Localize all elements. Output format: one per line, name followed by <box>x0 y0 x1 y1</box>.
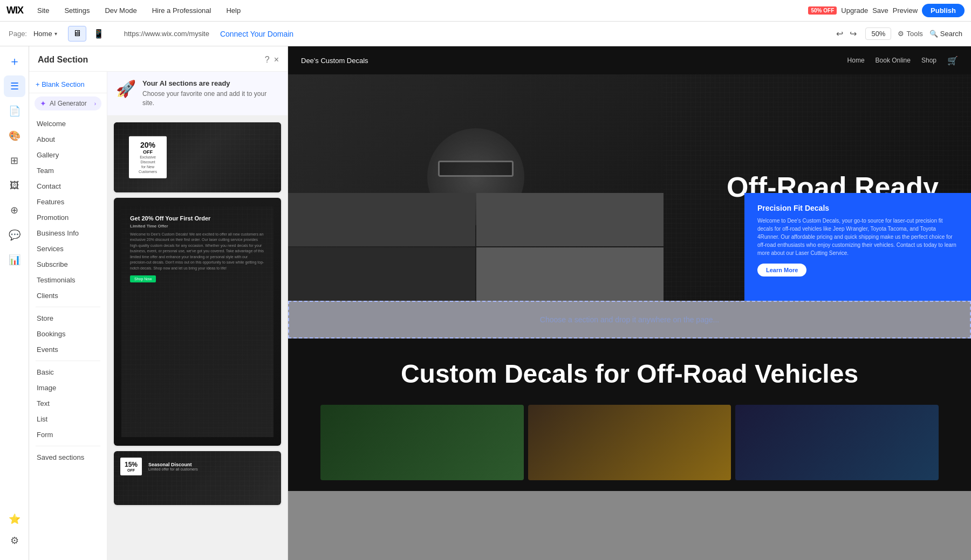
preview3-off: OFF <box>125 468 138 472</box>
grid-cell-2 <box>528 405 731 480</box>
drop-zone[interactable]: Choose a section and drop it anywhere on… <box>288 301 971 338</box>
panel-close-button[interactable]: × <box>274 55 279 65</box>
nav-dev-mode[interactable]: Dev Mode <box>99 4 142 17</box>
promo-percent: 20% <box>135 140 160 149</box>
category-testimonials[interactable]: Testimonials <box>29 272 107 288</box>
panel-header-icons: ? × <box>265 55 279 65</box>
media-icon[interactable]: 🖼 <box>4 175 25 196</box>
discount-badge: 50% OFF <box>808 6 837 15</box>
page-selector[interactable]: Home ▾ <box>33 30 57 38</box>
ai-ready-banner: 🚀 Your AI sections are ready Choose your… <box>107 72 288 116</box>
site-url: https://www.wix.com/mysite <box>124 30 209 38</box>
nav-help[interactable]: Help <box>221 4 246 17</box>
bottom-grid <box>320 405 939 480</box>
search-button[interactable]: 🔍 Search <box>929 30 962 38</box>
category-features[interactable]: Features <box>29 194 107 210</box>
promo-description: Exclusive Discount for New Customers <box>135 154 160 174</box>
category-image[interactable]: Image <box>29 380 107 396</box>
promo-badge: 20% OFF Exclusive Discount for New Custo… <box>129 136 167 178</box>
drop-zone-text: Choose a section and drop it anywhere on… <box>540 315 719 324</box>
hero-section: Off-Road Ready Precision Fit Decals Welc… <box>288 74 971 301</box>
preview3-text: Limited offer for all customers <box>148 467 198 471</box>
learn-more-button[interactable]: Learn More <box>757 264 806 276</box>
panel-help-button[interactable]: ? <box>265 55 270 65</box>
preview-button[interactable]: Preview <box>893 6 918 15</box>
desktop-view-button[interactable]: 🖥 <box>68 26 86 42</box>
category-services[interactable]: Services <box>29 241 107 257</box>
grid-cell-3 <box>735 405 939 480</box>
undo-button[interactable]: ↩ <box>834 26 845 41</box>
category-about[interactable]: About <box>29 132 107 147</box>
add-section-panel: Add Section ? × + Blank Section ✦ AI Gen… <box>29 46 288 560</box>
mobile-view-button[interactable]: 📱 <box>88 26 109 42</box>
blue-box-title: Precision Fit Decals <box>757 204 958 212</box>
category-team[interactable]: Team <box>29 163 107 178</box>
category-contact[interactable]: Contact <box>29 178 107 194</box>
site-logo: Dee's Custom Decals <box>301 57 368 65</box>
cart-icon[interactable]: 🛒 <box>947 56 958 66</box>
website-inner: Dee's Custom Decals Home Book Online Sho… <box>288 46 971 560</box>
undo-redo-group: ↩ ↪ <box>834 26 859 41</box>
publish-button[interactable]: Publish <box>922 4 965 17</box>
tools-label: Tools <box>906 30 922 38</box>
tools-icon: ⚙ <box>898 30 904 38</box>
save-button[interactable]: Save <box>872 6 888 15</box>
promo-off: OFF <box>135 149 160 154</box>
category-events[interactable]: Events <box>29 342 107 357</box>
category-divider-2 <box>36 361 100 361</box>
preview2-body: Welcome to Dee's Custom Decals! We are e… <box>130 232 265 272</box>
upgrade-star-icon[interactable]: ⭐ <box>4 508 25 530</box>
chevron-down-icon: ▾ <box>54 31 57 37</box>
category-list[interactable]: List <box>29 411 107 427</box>
category-subscribe[interactable]: Subscribe <box>29 257 107 272</box>
zoom-level-button[interactable]: 50% <box>865 27 891 40</box>
category-gallery[interactable]: Gallery <box>29 147 107 163</box>
device-toggle: 🖥 📱 <box>68 26 109 42</box>
category-store[interactable]: Store <box>29 310 107 326</box>
wix-logo: WIX <box>6 5 23 16</box>
upgrade-button[interactable]: Upgrade <box>841 6 868 15</box>
site-nav-book[interactable]: Book Online <box>876 57 911 64</box>
ai-generator-button[interactable]: ✦ AI Generator › <box>35 96 101 110</box>
hero-blue-box: Precision Fit Decals Welcome to Dee's Cu… <box>744 193 971 301</box>
category-form[interactable]: Form <box>29 427 107 443</box>
add-section-button[interactable]: ＋ <box>4 51 25 72</box>
chat-icon[interactable]: 💬 <box>4 224 25 246</box>
preview-card-2[interactable]: Get 20% Off Your First Order Limited Tim… <box>114 198 281 446</box>
bottom-settings-icon[interactable]: ⚙ <box>4 530 25 551</box>
category-bookings[interactable]: Bookings <box>29 326 107 342</box>
panel-content: + Blank Section ✦ AI Generator › Welcome… <box>29 72 288 560</box>
category-business-info[interactable]: Business Info <box>29 225 107 241</box>
pages-icon[interactable]: 📄 <box>4 100 25 122</box>
preview-card-3[interactable]: 15% OFF Seasonal Discount Limited offer … <box>114 451 281 505</box>
ai-ready-title: Your AI sections are ready <box>142 79 279 87</box>
preview2-subtitle: Limited Time Offer <box>130 224 265 229</box>
category-clients[interactable]: Clients <box>29 288 107 303</box>
nav-hire[interactable]: Hire a Professional <box>147 4 217 17</box>
ai-star-icon: ✦ <box>40 99 46 108</box>
redo-button[interactable]: ↪ <box>847 26 859 41</box>
analytics-icon[interactable]: 📊 <box>4 249 25 271</box>
site-nav-shop[interactable]: Shop <box>921 57 936 64</box>
grid-cell-1 <box>320 405 524 480</box>
panel-header: Add Section ? × <box>29 46 288 72</box>
saved-sections-label[interactable]: Saved sections <box>29 450 107 465</box>
category-promotion[interactable]: Promotion <box>29 210 107 225</box>
tools-button[interactable]: ⚙ Tools <box>898 30 922 38</box>
plugins-icon[interactable]: ⊕ <box>4 199 25 221</box>
sections-icon[interactable]: ☰ <box>4 75 25 97</box>
nav-site[interactable]: Site <box>32 4 54 17</box>
site-navigation: Home Book Online Shop 🛒 <box>847 56 958 66</box>
nav-settings[interactable]: Settings <box>59 4 95 17</box>
site-nav-home[interactable]: Home <box>847 57 865 64</box>
apps-icon[interactable]: ⊞ <box>4 150 25 171</box>
blank-section-button[interactable]: + Blank Section <box>29 76 107 93</box>
preview-card-1[interactable]: 20% OFF Exclusive Discount for New Custo… <box>114 122 281 192</box>
panel-title: Add Section <box>38 55 88 65</box>
category-navigation: + Blank Section ✦ AI Generator › Welcome… <box>29 72 107 560</box>
design-icon[interactable]: 🎨 <box>4 125 25 147</box>
category-basic[interactable]: Basic <box>29 364 107 380</box>
category-welcome[interactable]: Welcome <box>29 116 107 132</box>
category-text[interactable]: Text <box>29 396 107 411</box>
connect-domain-link[interactable]: Connect Your Domain <box>220 30 293 38</box>
